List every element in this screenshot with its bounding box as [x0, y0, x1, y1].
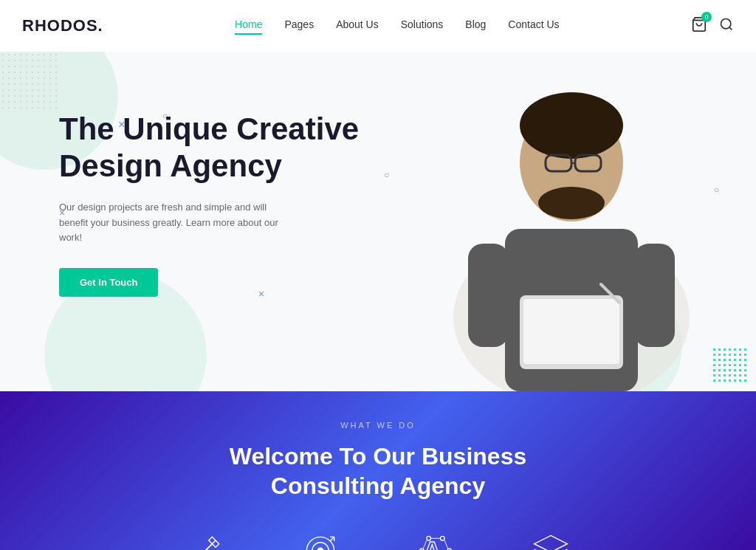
section2-title: Welcome To Our BusinessConsulting Agency	[230, 441, 526, 501]
nav-blog[interactable]: Blog	[465, 18, 486, 33]
svg-line-16	[195, 540, 216, 550]
service-layers	[530, 530, 571, 550]
hero-title: The Unique Creative Design Agency	[59, 111, 369, 185]
cta-button[interactable]: Get In Touch	[59, 268, 158, 297]
cart-badge: 0	[701, 12, 712, 22]
person-illustration	[439, 66, 704, 391]
service-target	[300, 530, 341, 550]
nav-pages[interactable]: Pages	[284, 18, 314, 33]
hero-section: × × × × ○ ○ ○ The Unique Creative Design…	[0, 52, 756, 391]
section2-label: WHAT WE DO	[340, 421, 416, 430]
search-icon	[719, 17, 734, 32]
svg-line-35	[444, 540, 448, 549]
svg-point-1	[721, 19, 731, 29]
nav-about[interactable]: About Us	[336, 18, 379, 33]
svg-rect-11	[468, 244, 509, 347]
target-icon	[300, 530, 341, 550]
svg-line-2	[729, 27, 732, 30]
what-we-do-section: WHAT WE DO Welcome To Our BusinessConsul…	[0, 391, 756, 550]
main-nav: Home Pages About Us Solutions Blog Conta…	[235, 18, 560, 33]
nav-home[interactable]: Home	[235, 18, 262, 33]
svg-point-6	[520, 92, 623, 159]
svg-marker-40	[535, 535, 568, 550]
svg-rect-12	[634, 244, 675, 347]
svg-point-10	[538, 187, 605, 219]
services-icons-row: A	[185, 530, 571, 550]
nav-solutions[interactable]: Solutions	[401, 18, 444, 33]
design-icon	[185, 530, 226, 550]
hero-content: The Unique Creative Design Agency Our de…	[59, 111, 369, 297]
service-design	[185, 530, 226, 550]
service-typography: A	[415, 530, 456, 550]
svg-line-17	[199, 544, 213, 550]
header-icons: 0	[691, 16, 734, 35]
cart-button[interactable]: 0	[691, 16, 707, 35]
svg-line-24	[330, 537, 334, 541]
typography-icon: A	[415, 530, 456, 550]
deco-dots-tl	[0, 52, 59, 111]
hero-description: Our design projects are fresh and simple…	[59, 200, 295, 246]
layers-icon	[530, 530, 571, 550]
svg-rect-14	[523, 299, 619, 364]
svg-text:A: A	[423, 537, 441, 550]
nav-contact[interactable]: Contact Us	[508, 18, 559, 33]
logo: RHODOS.	[22, 16, 103, 35]
hero-image	[387, 52, 756, 391]
search-button[interactable]	[719, 17, 734, 35]
header: RHODOS. Home Pages About Us Solutions Bl…	[0, 0, 756, 52]
